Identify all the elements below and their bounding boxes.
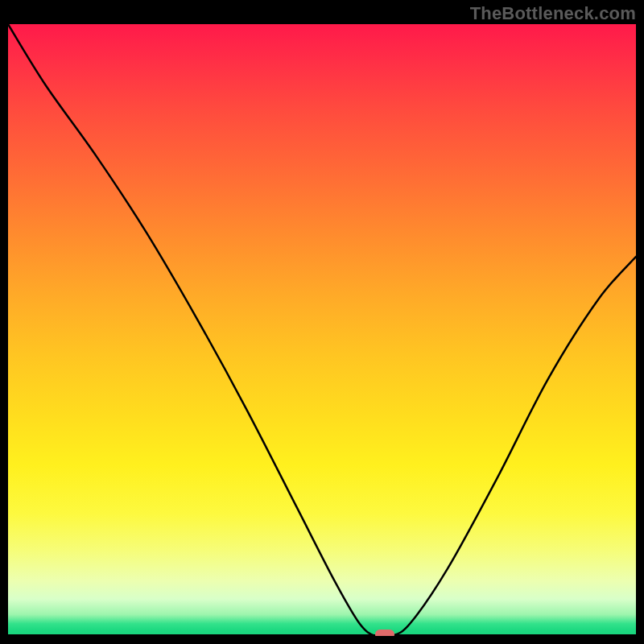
- chart-frame: TheBottleneck.com: [0, 0, 644, 644]
- optimal-marker: [375, 630, 394, 636]
- bottleneck-curve: [8, 24, 636, 636]
- curve-layer: [8, 24, 636, 636]
- plot-area: [8, 24, 636, 636]
- watermark-text: TheBottleneck.com: [470, 3, 636, 24]
